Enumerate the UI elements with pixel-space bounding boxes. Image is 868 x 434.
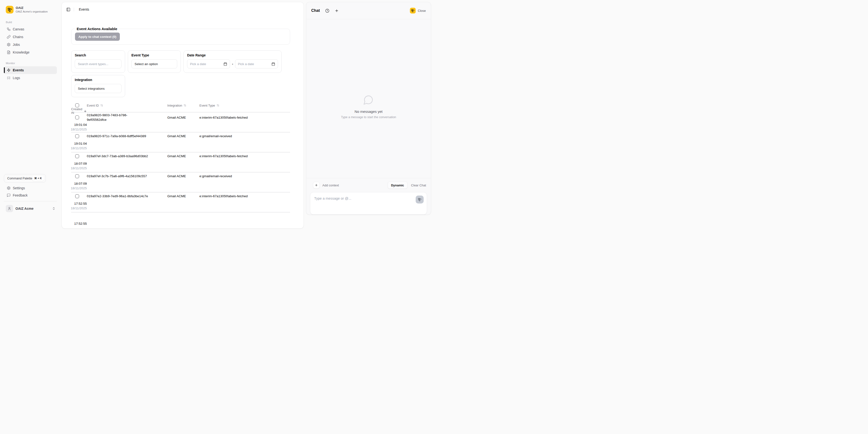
created-at-cell: 18:07:0918/11/2025 (71, 181, 87, 190)
event-type-filter-card: Event Type Select an option (128, 51, 181, 73)
new-chat-plus-icon[interactable] (335, 9, 339, 13)
sidebar-item-events[interactable]: Events (4, 66, 57, 74)
add-context-button[interactable] (313, 182, 320, 189)
sidebar-item-feedback[interactable]: Feedback (4, 192, 57, 199)
chat-messages-area: No messages yet Type a message to start … (306, 19, 431, 178)
created-at-cell: 18:07:0918/11/2025 (71, 161, 87, 170)
date-range-filter-label: Date Range (187, 53, 278, 57)
event-type-cell: e:interim-67a1305f/labels-fetched (199, 194, 290, 198)
search-filter-label: Search (75, 53, 122, 57)
event-id-cell: 019a9820-9803-7483-b786- 9ef05562dfce (87, 113, 167, 122)
clear-chat-button[interactable]: Clear Chat (411, 184, 426, 187)
integration-cell: Gmail ACME (167, 134, 199, 138)
integration-cell: Gmail ACME (167, 116, 199, 119)
sidebar-item-canvas[interactable]: Canvas (4, 25, 57, 33)
created-at-cell: 19:01:0418/11/2025 (71, 123, 87, 132)
select-all-checkbox[interactable] (75, 103, 79, 107)
date-range-separator: - (232, 62, 233, 66)
message-circle-icon (363, 94, 374, 105)
brand: OAIZ OAIZ Acme's organisation (6, 6, 57, 13)
send-button[interactable] (416, 195, 424, 204)
user-menu[interactable]: OAIZ Acme (4, 204, 57, 214)
search-input[interactable] (75, 59, 122, 68)
sidebar: OAIZ OAIZ Acme's organisation Build Canv… (0, 0, 61, 217)
link-icon (7, 35, 10, 39)
search-filter-card: Search (71, 51, 125, 73)
event-actions-legend: Event Actions Available (75, 27, 119, 31)
integration-filter-label: Integration (75, 78, 122, 82)
sidebar-item-chains[interactable]: Chains (4, 33, 57, 41)
column-header-event-id[interactable]: Event ID (87, 104, 167, 107)
chevrons-up-down-icon (52, 207, 56, 210)
row-checkbox[interactable] (75, 116, 79, 119)
sidebar-item-knowledge[interactable]: Knowledge (4, 49, 57, 56)
event-type-filter-label: Event Type (131, 53, 177, 57)
integration-cell: Gmail ACME (167, 194, 199, 198)
start-date-placeholder: Pick a date (190, 62, 206, 66)
sidebar-item-label: Jobs (13, 43, 20, 46)
chat-panel: Chat Close No messages yet Type a messag… (306, 2, 431, 215)
sidebar-item-label: Chains (13, 35, 23, 39)
calendar-icon (272, 62, 275, 66)
cog-icon (7, 43, 10, 46)
panel-left-toggle-icon[interactable] (66, 7, 70, 11)
filters: Search Event Type Select an option Date … (71, 51, 290, 97)
gear-icon (7, 186, 10, 190)
table-row[interactable]: 019a97e2-33b9-7ed9-96a1-8bfa3be14c7e Gma… (71, 193, 290, 213)
integration-select[interactable]: Select integrations (75, 84, 122, 93)
event-id-cell: 019a97ef-3dc7-73ab-a389-b3aa96d03bb2 (87, 154, 167, 158)
table-row[interactable]: 019a97ef-3c7b-75a6-a9f6-4a156109c557 Gma… (71, 173, 290, 193)
active-indicator (4, 67, 5, 73)
chat-history-icon[interactable] (325, 9, 329, 13)
brand-organization: OAIZ Acme's organisation (16, 10, 48, 13)
user-name: OAIZ Acme (16, 207, 50, 211)
row-checkbox[interactable] (75, 134, 79, 138)
integration-filter-card: Integration Select integrations (71, 75, 125, 97)
sidebar-item-settings[interactable]: Settings (4, 184, 57, 192)
brand-logo (6, 6, 13, 13)
breadcrumb-divider (74, 7, 74, 11)
event-type-select-value: Select an option (134, 62, 158, 66)
column-header-created-at[interactable]: Created At (71, 107, 87, 115)
apply-to-chat-context-button[interactable]: Apply to chat context (0) (75, 33, 120, 41)
chat-close-button[interactable]: Close (418, 9, 426, 12)
table-row[interactable]: 019a97ef-3dc7-73ab-a389-b3aa96d03bb2 Gma… (71, 153, 290, 173)
created-at-cell: 17:52:5518/11/2025 (71, 201, 87, 211)
sort-up-down-icon (184, 104, 186, 107)
end-date-picker[interactable]: Pick a date (235, 59, 278, 68)
event-id-cell: 019a97e2-33b9-7ed9-96a1-8bfa3be14c7e (87, 194, 167, 198)
chat-composer: Add context Dynamic Clear Chat (306, 178, 431, 215)
column-header-event-type[interactable]: Event Type (199, 104, 290, 107)
message-input-container (310, 192, 427, 215)
dynamic-mode-button[interactable]: Dynamic (388, 182, 407, 189)
sort-down-icon (84, 110, 87, 113)
table-row[interactable]: 019a9820-9803-7483-b786- 9ef05562dfce Gm… (71, 113, 290, 133)
command-palette-button[interactable]: Command Palette ⌘ + K (4, 174, 46, 183)
brand-name: OAIZ (16, 6, 48, 10)
empty-state-subtitle: Type a message to start the conversation (341, 116, 396, 119)
chat-brand-badge (410, 8, 416, 13)
sidebar-item-jobs[interactable]: Jobs (4, 41, 57, 49)
event-id-cell: 019a97ef-3c7b-75a6-a9f6-4a156109c557 (87, 174, 167, 178)
sort-up-down-icon (100, 104, 103, 107)
file-text-icon (7, 51, 10, 54)
column-header-integration[interactable]: Integration (167, 104, 199, 107)
end-date-placeholder: Pick a date (238, 62, 254, 66)
row-checkbox[interactable] (75, 154, 79, 158)
message-input[interactable] (310, 192, 427, 214)
event-type-cell: e:interim-67a1305f/labels-fetched (199, 154, 290, 158)
event-type-select[interactable]: Select an option (131, 59, 177, 68)
empty-state-title: No messages yet (341, 110, 396, 114)
settings-label: Settings (13, 186, 25, 190)
sidebar-item-logs[interactable]: Logs (4, 74, 57, 82)
start-date-picker[interactable]: Pick a date (187, 59, 230, 68)
row-checkbox[interactable] (75, 174, 79, 178)
row-checkbox[interactable] (75, 194, 79, 198)
sort-up-down-icon (217, 104, 219, 107)
add-context-label[interactable]: Add context (322, 184, 339, 187)
section-label-build: Build (6, 21, 57, 24)
integration-cell: Gmail ACME (167, 154, 199, 158)
table-row[interactable]: 019a9820-971c-7a9a-b088-6dff5ef44389 Gma… (71, 133, 290, 153)
table-row[interactable]: 17:52:55 (71, 213, 290, 217)
calendar-icon (223, 62, 227, 66)
